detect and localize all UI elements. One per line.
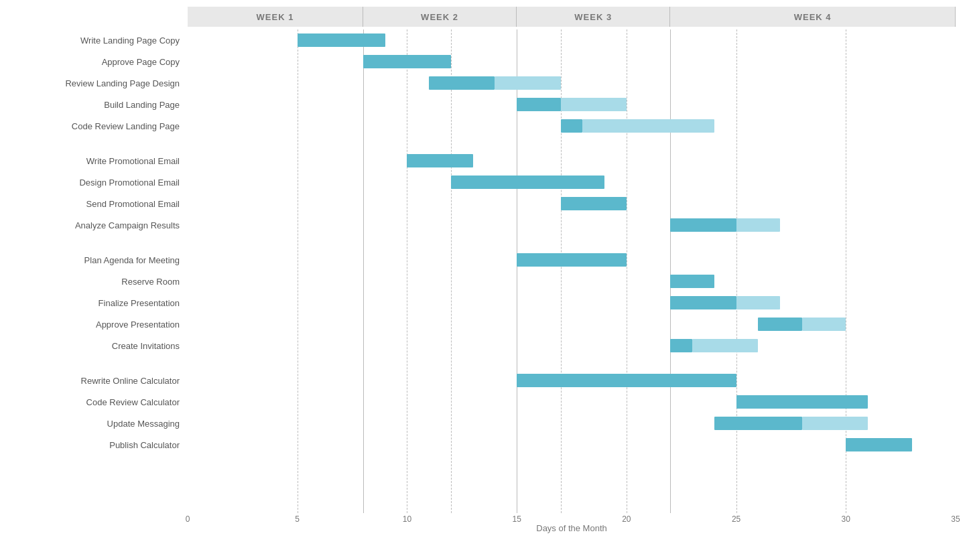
group-spacer-row [188,137,956,150]
task-label: Design Promotional Email [13,171,188,193]
x-tick: 30 [842,514,850,524]
task-label: Approve Page Copy [13,51,188,72]
week-header: WEEK 1WEEK 2WEEK 3WEEK 4 [188,7,956,27]
x-tick: 15 [512,514,521,524]
chart-body: Write Landing Page CopyApprove Page Copy… [13,29,956,533]
gantt-bar-dark [363,55,451,68]
week-label-2: WEEK 2 [363,7,517,27]
gantt-row [188,115,956,137]
task-label: Review Landing Page Design [13,72,188,94]
chart-container: WEEK 1WEEK 2WEEK 3WEEK 4 Write Landing P… [0,0,969,560]
gantt-row [188,292,956,313]
gantt-bar-dark [670,275,714,287]
task-label: Send Promotional Email [13,193,188,214]
gantt-row [188,29,956,51]
gantt-bar-dark [429,76,495,89]
week-label-4: WEEK 4 [670,7,956,27]
gantt-row [188,51,956,72]
task-label: Update Messaging [13,413,188,434]
task-label: Plan Agenda for Meeting [13,249,188,271]
task-label: Write Landing Page Copy [13,29,188,51]
week-label-3: WEEK 3 [517,7,670,27]
x-axis: 05101520253035 Days of the Month [188,513,956,533]
gantt-row [188,413,956,434]
gantt-row [188,249,956,271]
gantt-area: 05101520253035 Days of the Month [188,29,956,533]
gantt-row [188,72,956,94]
gantt-bar-dark [670,218,736,231]
task-label: Code Review Calculator [13,391,188,413]
group-spacer-label [13,236,188,249]
x-tick: 10 [403,514,411,524]
task-label: Publish Calculator [13,434,188,456]
x-tick: 25 [732,514,740,524]
gantt-row [188,271,956,292]
gantt-bar-dark [517,98,560,111]
week-label-1: WEEK 1 [188,7,363,27]
gantt-bar-light [736,296,780,309]
gantt-bar-dark [517,374,736,387]
task-label: Rewrite Online Calculator [13,370,188,391]
gantt-row [188,335,956,356]
task-labels: Write Landing Page CopyApprove Page Copy… [13,29,188,533]
task-label: Approve Presentation [13,313,188,335]
gantt-bar-dark [561,119,583,132]
gantt-bar-light [495,76,560,89]
gantt-bar-dark [407,154,472,167]
gantt-bar-dark [758,318,801,330]
gantt-row [188,171,956,193]
x-axis-label: Days of the Month [188,523,956,533]
gantt-bar-dark [846,438,911,451]
gantt-row [188,391,956,413]
group-spacer-row [188,356,956,370]
gantt-bar-dark [517,253,627,266]
gantt-bar-light [692,339,758,352]
gantt-row [188,434,956,456]
x-axis-ticks: 05101520253035 [188,513,956,522]
gantt-bar-light [736,218,780,231]
x-tick: 20 [622,514,631,524]
group-spacer-label [13,137,188,150]
gantt-row [188,370,956,391]
gantt-rows [188,29,956,513]
gantt-bar-dark [670,296,736,309]
gantt-bar-dark [561,197,627,210]
task-label: Create Invitations [13,335,188,356]
task-label: Write Promotional Email [13,150,188,171]
gantt-bar-dark [670,339,692,352]
gantt-row [188,313,956,335]
gantt-bar-dark [451,176,604,188]
gantt-bar-dark [298,33,385,46]
gantt-row [188,193,956,214]
group-spacer-row [188,236,956,249]
gantt-bar-light [561,98,627,111]
gantt-bar-dark [736,395,868,408]
gantt-row [188,150,956,171]
group-spacer-label [13,356,188,370]
x-tick: 35 [951,514,960,524]
task-label: Build Landing Page [13,94,188,115]
x-tick: 5 [295,514,300,524]
task-label: Finalize Presentation [13,292,188,313]
gantt-bar-dark [714,417,802,429]
gantt-row [188,214,956,236]
task-label: Code Review Landing Page [13,115,188,137]
gantt-bar-light [802,318,846,330]
x-tick: 0 [186,514,190,524]
task-label: Analyze Campaign Results [13,214,188,236]
gantt-row [188,94,956,115]
gantt-bar-light [582,119,714,132]
task-label: Reserve Room [13,271,188,292]
gantt-bar-light [802,417,868,429]
